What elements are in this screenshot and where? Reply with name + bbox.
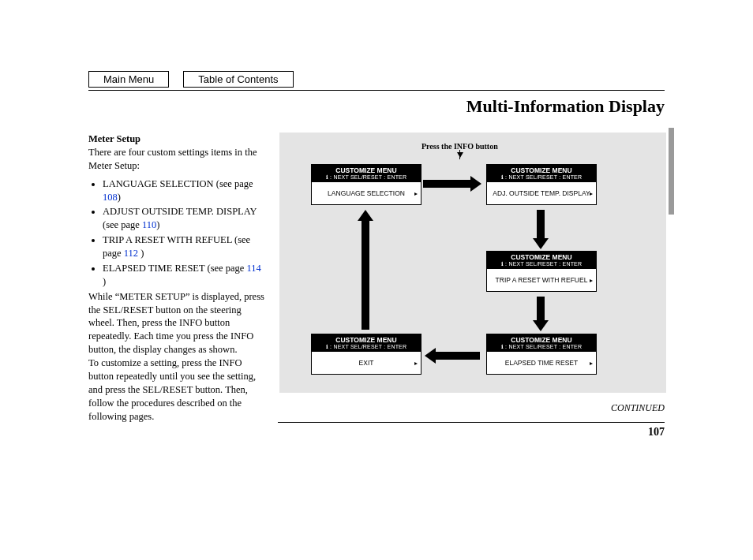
card-body: ELAPSED TIME RESET [505, 359, 578, 367]
arrow-icon [537, 297, 545, 320]
list-item: ADJUST OUTSIDE TEMP. DISPLAY (see page 1… [103, 205, 265, 232]
card-subheader: ℹ : NEXT SEL/RESET : ENTER [487, 344, 596, 352]
card-header: CUSTOMIZE MENU [312, 334, 421, 344]
card-body: EXIT [359, 359, 374, 367]
paragraph: To customize a setting, press the INFO b… [88, 357, 265, 423]
arrow-icon [423, 180, 470, 188]
card-subheader: ℹ : NEXT SEL/RESET : ENTER [312, 174, 421, 182]
page-number: 107 [648, 426, 665, 439]
card-subheader: ℹ : NEXT SEL/RESET : ENTER [487, 174, 596, 182]
page-link[interactable]: 108 [103, 192, 118, 203]
card-header: CUSTOMIZE MENU [487, 334, 596, 344]
list-item: ELAPSED TIME RESET (see page 114 ) [103, 262, 265, 289]
card-header: CUSTOMIZE MENU [487, 252, 596, 261]
rule-top [88, 90, 665, 91]
card-body: TRIP A RESET WITH REFUEL [496, 276, 588, 284]
card-subheader: ℹ : NEXT SEL/RESET : ENTER [312, 344, 421, 352]
nav-bar: Main Menu Table of Contents [88, 71, 294, 88]
paragraph: While “METER SETUP” is displayed, press … [88, 290, 265, 357]
main-menu-button[interactable]: Main Menu [88, 71, 169, 88]
list-item: TRIP A RESET WITH REFUEL (see page 112 ) [103, 233, 265, 260]
card-body: LANGUAGE SELECTION [328, 189, 405, 197]
chevron-right-icon: ▸ [590, 360, 593, 367]
arrow-icon [436, 352, 480, 360]
chevron-right-icon: ▸ [414, 190, 418, 197]
toc-button[interactable]: Table of Contents [183, 71, 293, 88]
arrow-head-icon [470, 176, 481, 192]
arrow-head-icon [358, 210, 373, 221]
card-subheader: ℹ : NEXT SEL/RESET : ENTER [487, 261, 596, 269]
chevron-right-icon: ▸ [414, 360, 418, 367]
arrow-head-icon [533, 320, 549, 331]
arrow-head-icon [425, 348, 436, 364]
page-link[interactable]: 110 [142, 219, 156, 230]
page-link[interactable]: 112 [124, 248, 138, 259]
arrow-icon [362, 221, 369, 330]
page-title: Multi-Information Display [466, 96, 665, 117]
settings-list: LANGUAGE SELECTION (see page 108) ADJUST… [88, 177, 265, 289]
chevron-right-icon: ▸ [590, 277, 593, 284]
arrow-head-icon [533, 238, 549, 249]
menu-card-outside-temp: CUSTOMIZE MENU ℹ : NEXT SEL/RESET : ENTE… [486, 164, 597, 205]
continued-label: CONTINUED [611, 402, 665, 414]
rule-bottom [278, 422, 665, 423]
card-body: ADJ. OUTSIDE TEMP. DISPLAY [493, 189, 590, 197]
menu-card-tripa: CUSTOMIZE MENU ℹ : NEXT SEL/RESET : ENTE… [486, 251, 597, 292]
list-item: LANGUAGE SELECTION (see page 108) [103, 177, 265, 204]
flow-diagram: Press the INFO button CUSTOMIZE MENU ℹ :… [279, 133, 666, 393]
card-header: CUSTOMIZE MENU [487, 165, 596, 174]
page-link[interactable]: 114 [247, 263, 261, 274]
intro-text: There are four custom settings items in … [88, 146, 265, 173]
arrow-icon [537, 210, 545, 238]
pointer-icon [457, 152, 463, 158]
menu-card-language: CUSTOMIZE MENU ℹ : NEXT SEL/RESET : ENTE… [311, 164, 421, 205]
card-header: CUSTOMIZE MENU [312, 165, 421, 174]
section-heading: Meter Setup [88, 133, 265, 146]
menu-card-elapsed: CUSTOMIZE MENU ℹ : NEXT SEL/RESET : ENTE… [486, 334, 597, 375]
side-tab [669, 128, 674, 215]
body-text: Meter Setup There are four custom settin… [88, 133, 265, 423]
menu-card-exit: CUSTOMIZE MENU ℹ : NEXT SEL/RESET : ENTE… [311, 334, 421, 375]
chevron-right-icon: ▸ [590, 190, 593, 197]
